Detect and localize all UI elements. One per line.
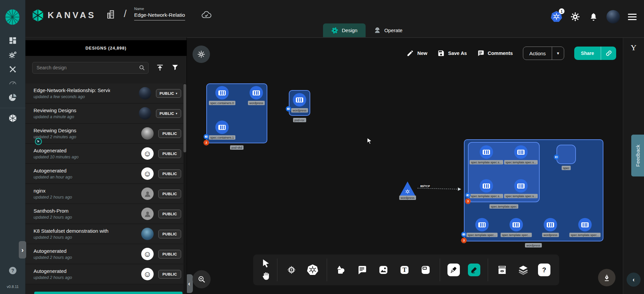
frame-tool[interactable] xyxy=(418,262,433,278)
tab-operate[interactable]: Operate xyxy=(366,23,411,37)
product-wordmark: KANVAS xyxy=(48,10,96,20)
text-tool[interactable]: T xyxy=(397,262,412,278)
k8s-pod-badge-icon[interactable] xyxy=(286,106,291,112)
container-node[interactable] xyxy=(509,218,523,231)
settings-gear-icon[interactable] xyxy=(570,12,580,22)
design-list-item[interactable]: Autogeneratedupdated 2 hours ago☺PUBLIC xyxy=(25,264,186,284)
design-list-item[interactable]: nginxupdated 2 hours agoPUBLIC xyxy=(25,184,186,204)
container-icon xyxy=(296,97,303,102)
k8s-deployment-badge-icon[interactable] xyxy=(461,232,467,237)
import-design-icon[interactable] xyxy=(156,64,164,72)
configuration-tools-icon[interactable] xyxy=(8,64,18,74)
comments-button[interactable]: Comments xyxy=(477,50,513,57)
design-mark-button[interactable] xyxy=(193,46,210,63)
design-visibility-badge[interactable]: PUBLIC xyxy=(158,230,181,238)
container-node[interactable] xyxy=(215,121,229,134)
k8s-pod-badge-icon[interactable] xyxy=(465,193,471,198)
organization-icon[interactable] xyxy=(106,9,116,20)
design-canvas[interactable]: New Save As Comments Actions ▼ Share xyxy=(187,38,623,294)
search-input[interactable] xyxy=(32,62,149,74)
design-visibility-badge[interactable]: PUBLIC xyxy=(158,190,181,198)
help-tool[interactable]: ? xyxy=(538,264,550,276)
collapse-right-chevron[interactable]: ‹ xyxy=(627,273,641,287)
user-avatar[interactable] xyxy=(606,10,620,23)
container-node[interactable] xyxy=(544,218,557,231)
pan-hand-tool[interactable] xyxy=(261,271,271,281)
container-node[interactable] xyxy=(293,93,306,106)
spec-node[interactable] xyxy=(556,145,576,164)
design-list-item[interactable]: Reviewing Designsupdated 2 minutes agoPU… xyxy=(25,124,186,144)
select-cursor-tool[interactable] xyxy=(261,259,271,269)
design-name-input[interactable] xyxy=(134,11,185,20)
design-visibility-badge[interactable]: PUBLIC xyxy=(158,129,181,138)
shapes-tool[interactable] xyxy=(333,262,348,278)
pen-nib-button[interactable] xyxy=(598,269,615,286)
meshery-sphere-logo[interactable] xyxy=(5,9,20,25)
error-count-badge[interactable]: 2 xyxy=(204,140,209,145)
container-node[interactable] xyxy=(514,145,528,159)
design-list-item[interactable]: Autogeneratedupdated 2 hours ago☺PUBLIC xyxy=(25,244,186,264)
components-chip-tool[interactable] xyxy=(284,262,299,278)
kubernetes-components-tool[interactable] xyxy=(305,262,320,278)
pod-template-group-node[interactable] xyxy=(468,142,540,202)
panel-scrollbar-thumb[interactable] xyxy=(183,84,186,152)
expand-sidebar-button[interactable]: › xyxy=(19,241,26,259)
container-node[interactable] xyxy=(215,86,229,99)
drawer-components-tool[interactable] xyxy=(494,262,509,278)
design-list-item[interactable]: Santhosh-Promupdated 2 hours agoPUBLIC xyxy=(25,204,186,224)
save-as-button[interactable]: Save As xyxy=(437,50,467,57)
design-list-item[interactable]: Autogeneratedupdated an hour ago☺PUBLIC xyxy=(25,164,186,184)
collapse-panel-chevron[interactable]: ‹ xyxy=(187,274,193,293)
freehand-draw-tool[interactable] xyxy=(468,264,480,276)
design-list-item[interactable]: K8 Statefulset demonstration with moupda… xyxy=(25,224,186,244)
design-list-item[interactable]: Reviewing Designsupdated a minute agoPUB… xyxy=(25,103,186,124)
performance-dial-icon[interactable] xyxy=(8,77,18,87)
kubernetes-context-button[interactable]: 1 xyxy=(551,11,562,22)
design-visibility-badge[interactable]: PUBLIC xyxy=(158,169,181,178)
help-button[interactable]: ? xyxy=(9,267,16,274)
kanvas-hexagon-icon[interactable] xyxy=(8,113,18,123)
zoom-button[interactable] xyxy=(193,270,211,288)
extensions-icon[interactable] xyxy=(8,92,18,102)
new-button[interactable]: New xyxy=(407,50,427,57)
k8s-pod-badge-icon[interactable] xyxy=(554,154,559,160)
container-node[interactable] xyxy=(480,145,493,159)
share-split-button[interactable]: Share xyxy=(574,47,616,60)
service-node[interactable] xyxy=(399,181,416,196)
container-node[interactable] xyxy=(480,179,493,193)
design-author-avatar xyxy=(139,87,151,99)
comment-tool[interactable] xyxy=(355,262,370,278)
dock-toggle-icon[interactable]: Y xyxy=(629,43,639,53)
design-list: Edge-Network-Relationship: Serviceupdate… xyxy=(25,83,186,294)
image-tool[interactable] xyxy=(376,262,391,278)
container-node[interactable] xyxy=(250,86,263,99)
filter-funnel-icon[interactable] xyxy=(171,64,179,72)
kanvas-logo-icon[interactable] xyxy=(32,9,44,22)
design-list-item[interactable]: Autogeneratedupdated 10 minutes ago☺PUBL… xyxy=(25,144,186,164)
error-count-badge[interactable]: 3 xyxy=(461,238,467,243)
share-link-icon[interactable] xyxy=(601,47,616,60)
design-visibility-badge[interactable]: PUBLIC xyxy=(158,210,181,218)
container-node[interactable] xyxy=(578,218,592,231)
design-visibility-badge[interactable]: PUBLIC▾ xyxy=(156,109,181,118)
k8s-pod-badge-icon[interactable] xyxy=(204,134,209,139)
container-node[interactable] xyxy=(514,179,528,193)
pen-path-tool[interactable] xyxy=(447,264,460,276)
notifications-bell-icon[interactable] xyxy=(588,12,598,22)
service-deployment-edge[interactable] xyxy=(418,188,461,189)
design-list-item[interactable]: Edge-Network-Relationship: Serviceupdate… xyxy=(25,83,186,103)
layers-tool[interactable] xyxy=(516,262,531,278)
design-visibility-badge[interactable]: PUBLIC xyxy=(158,250,181,259)
feedback-tab[interactable]: Feedback xyxy=(631,135,644,176)
design-visibility-badge[interactable]: PUBLIC xyxy=(158,270,181,279)
tab-design[interactable]: Design xyxy=(323,23,366,37)
actions-split-button[interactable]: Actions ▼ xyxy=(523,47,564,60)
design-visibility-badge[interactable]: PUBLIC xyxy=(158,149,181,158)
container-node[interactable] xyxy=(475,218,489,231)
design-visibility-badge[interactable]: PUBLIC▾ xyxy=(156,89,181,98)
dashboard-icon[interactable] xyxy=(8,35,18,46)
lifecycle-gears-icon[interactable] xyxy=(8,50,18,60)
error-count-badge[interactable]: 3 xyxy=(465,199,471,204)
menu-hamburger-icon[interactable] xyxy=(628,14,637,20)
actions-caret-icon[interactable]: ▼ xyxy=(552,47,564,60)
